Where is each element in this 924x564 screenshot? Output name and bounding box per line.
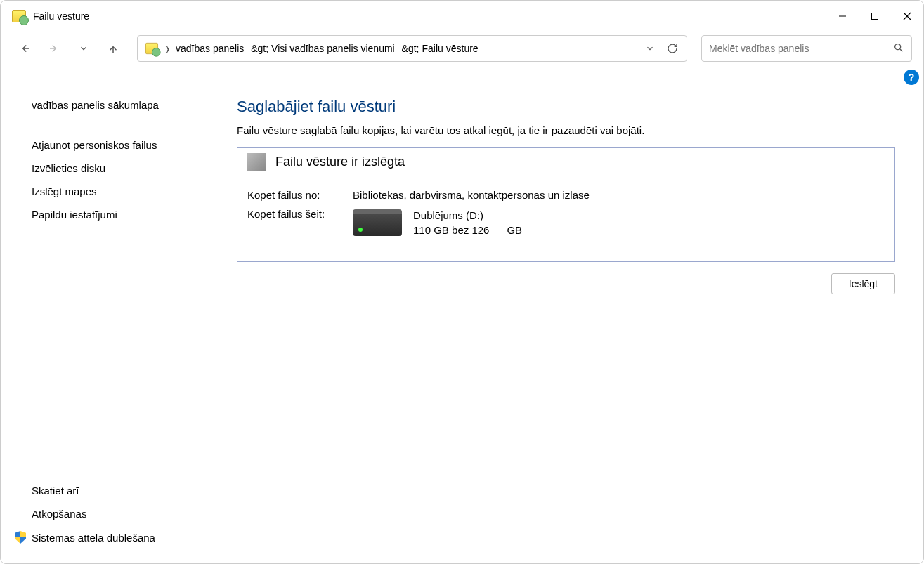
drive-info: Dublējums (D:) 110 GB bez 126 GB: [353, 208, 885, 237]
crumb-control-panel[interactable]: vadības panelis &gt;: [176, 43, 268, 54]
navbar: ❯ vadības panelis &gt; Visi vadības pane…: [1, 32, 923, 65]
minimize-button[interactable]: [826, 1, 859, 32]
address-bar[interactable]: ❯ vadības panelis &gt; Visi vadības pane…: [137, 35, 687, 62]
recent-dropdown[interactable]: [71, 36, 96, 61]
svg-point-7: [895, 44, 901, 49]
copy-from-label: Kopēt failus no:: [247, 189, 353, 201]
crumb-all-items[interactable]: Visi vadības panelis vienumi &gt;: [271, 43, 419, 54]
status-header: Failu vēsture ir izslēgta: [237, 148, 894, 176]
app-icon: [12, 10, 26, 22]
sidebar: vadības panelis sākumlapa Atjaunot perso…: [1, 65, 212, 563]
main-panel: Saglabājiet failu vēsturi Failu vēsture …: [212, 65, 923, 563]
titlebar: Failu vēsture: [1, 1, 923, 32]
up-button[interactable]: [100, 36, 126, 61]
window-controls: [826, 1, 923, 32]
crumb-file-history[interactable]: Failu vēsture: [422, 43, 479, 54]
maximize-button[interactable]: [859, 1, 891, 32]
search-icon: [893, 42, 904, 55]
address-dropdown[interactable]: [640, 39, 660, 58]
search-bar[interactable]: [701, 35, 912, 62]
drive-name: Dublējums (D:): [413, 208, 522, 223]
close-button[interactable]: [891, 1, 923, 32]
refresh-button[interactable]: [663, 39, 682, 58]
drive-icon: [353, 209, 402, 236]
page-description: Failu vēsture saglabā failu kopijas, lai…: [237, 124, 895, 136]
drive-space: 110 GB bez 126 GB: [413, 223, 522, 237]
sidebar-item-label: Sistēmas attēla dublēšana: [32, 532, 155, 544]
svg-line-8: [900, 48, 903, 51]
location-icon: [145, 43, 158, 54]
sidebar-restore[interactable]: Atjaunot personiskos failus: [32, 133, 212, 157]
forward-button[interactable]: [41, 36, 67, 61]
content: ? vadības panelis sākumlapa Atjaunot per…: [1, 65, 923, 563]
sidebar-select-drive[interactable]: Izvēlieties disku: [32, 157, 212, 180]
copy-from-value: Bibliotēkas, darbvirsma, kontaktpersonas…: [353, 189, 885, 201]
chevron-right-icon: ❯: [164, 45, 170, 53]
sidebar-home[interactable]: vadības panelis sākumlapa: [32, 93, 212, 117]
sidebar-recovery[interactable]: Atkopšanas: [32, 502, 155, 525]
copy-to-label: Kopēt failus šeit:: [247, 208, 353, 220]
status-box: Failu vēsture ir izslēgta Kopēt failus n…: [237, 147, 895, 262]
status-icon: [247, 153, 266, 171]
window-title: Failu vēsture: [33, 11, 89, 22]
back-button[interactable]: [12, 36, 37, 61]
status-title: Failu vēsture ir izslēgta: [275, 155, 405, 169]
svg-rect-1: [872, 13, 878, 20]
sidebar-exclude[interactable]: Izslēgt mapes: [32, 180, 212, 203]
see-also-heading: Skatiet arī: [32, 479, 155, 502]
enable-button[interactable]: Ieslēgt: [831, 273, 895, 294]
sidebar-advanced[interactable]: Papildu iestatījumi: [32, 203, 212, 226]
search-input[interactable]: [709, 43, 893, 54]
sidebar-system-image[interactable]: Sistēmas attēla dublēšana: [15, 525, 155, 549]
breadcrumb: vadības panelis &gt; Visi vadības paneli…: [176, 43, 479, 54]
shield-icon: [15, 531, 26, 544]
page-heading: Saglabājiet failu vēsturi: [237, 98, 895, 116]
